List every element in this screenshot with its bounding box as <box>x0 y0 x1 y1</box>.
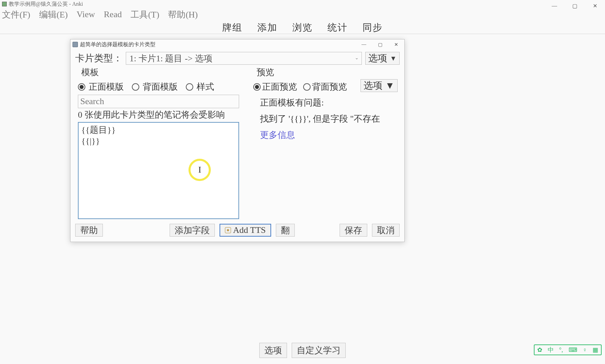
triangle-down-icon: ▼ <box>390 55 397 62</box>
menu-file[interactable]: 文件(F) <box>1 9 31 21</box>
ime-tray[interactable]: ✿ 中 °, ⌨ ♀ ▦ <box>534 344 602 355</box>
main-window-controls: — ▢ ✕ <box>544 0 605 11</box>
ime-person-icon: ♀ <box>583 346 587 354</box>
dialog-icon <box>73 42 78 47</box>
chevron-down-icon: ⌄ <box>355 55 359 61</box>
dialog-maximize-button[interactable]: ▢ <box>372 39 388 50</box>
tts-icon <box>225 227 231 233</box>
radio-style[interactable] <box>186 83 193 91</box>
main-bottom-buttons: 选项 自定义学习 <box>0 343 605 358</box>
radio-front-template-label: 正面模版 <box>89 81 124 93</box>
preview-error-line2: 找到了 '{{}}', 但是字段 "不存在 <box>260 113 400 125</box>
preview-error-line1: 正面模板有问题: <box>260 97 400 109</box>
minimize-button[interactable]: — <box>544 0 565 11</box>
card-type-label: 卡片类型： <box>75 52 122 65</box>
preview-options-button[interactable]: 选项 ▼ <box>361 79 398 92</box>
close-button[interactable]: ✕ <box>585 0 605 11</box>
menu-bar: 文件(F) 编辑(E) View Read 工具(T) 帮助(H) <box>0 8 605 20</box>
main-title-text: 教学示例用@猿久蒲公英 - Anki <box>9 1 83 8</box>
dialog-close-button[interactable]: ✕ <box>388 39 404 50</box>
anki-app-icon <box>2 2 7 6</box>
options-label: 选项 <box>368 52 387 65</box>
tab-add[interactable]: 添加 <box>255 21 280 34</box>
preview-options-wrap: 选项 ▼ <box>361 79 398 92</box>
dialog-title: 超简单的选择题模板的卡片类型 <box>80 41 155 48</box>
dialog-body: 卡片类型： 1: 卡片1: 题目 -> 选项 ⌄ 选项 ▼ 模板 正面模 <box>75 51 400 221</box>
radio-back-template-label: 背面模版 <box>143 81 178 93</box>
card-type-row: 卡片类型： 1: 卡片1: 题目 -> 选项 ⌄ 选项 ▼ <box>75 51 400 66</box>
more-info-link[interactable]: 更多信息 <box>260 129 400 141</box>
search-input[interactable] <box>78 96 239 107</box>
flip-button[interactable]: 翻 <box>276 224 295 237</box>
menu-view[interactable]: View <box>76 9 96 20</box>
main-tabs: 牌组 添加 浏览 统计 同步 <box>0 21 605 34</box>
add-field-button[interactable]: 添加字段 <box>170 224 215 237</box>
menu-edit[interactable]: 编辑(E) <box>38 9 68 21</box>
tab-sync[interactable]: 同步 <box>361 21 385 34</box>
radio-front-template[interactable] <box>78 83 85 91</box>
preview-group-label: 预览 <box>257 66 400 78</box>
footer-right-group: 保存 取消 <box>340 224 400 237</box>
columns: 模板 正面模版 背面模版 样式 0 张使用此卡片类型的笔记将会受影响 {{题目}… <box>75 66 400 215</box>
maximize-button[interactable]: ▢ <box>565 0 585 11</box>
anki-main-window: 教学示例用@猿久蒲公英 - Anki — ▢ ✕ 文件(F) 编辑(E) Vie… <box>0 0 605 364</box>
triangle-down-icon: ▼ <box>385 80 395 91</box>
add-tts-label: Add TTS <box>233 225 266 235</box>
dialog-footer: 帮助 添加字段 Add TTS 翻 保存 取消 <box>75 222 400 238</box>
ime-punct: °, <box>559 346 563 354</box>
options-button[interactable]: 选项 <box>259 343 287 358</box>
menu-read[interactable]: Read <box>103 9 122 20</box>
template-group-label: 模板 <box>81 66 247 78</box>
template-radio-row: 正面模版 背面模版 样式 <box>78 81 247 93</box>
tab-browse[interactable]: 浏览 <box>290 21 315 34</box>
dialog-window-controls: — ▢ ✕ <box>356 39 404 50</box>
code-text: {{题目}} {{|}} <box>81 125 116 146</box>
dialog-titlebar: 超简单的选择题模板的卡片类型 <box>70 39 404 50</box>
tab-stats[interactable]: 统计 <box>325 21 350 34</box>
radio-style-label: 样式 <box>197 81 214 93</box>
main-titlebar: 教学示例用@猿久蒲公英 - Anki <box>0 0 605 8</box>
preview-panel: 预览 正面预览 背面预览 选项 ▼ 正面模板有问题: <box>251 66 400 215</box>
template-search-box[interactable] <box>78 95 239 108</box>
radio-back-preview-label: 背面预览 <box>312 81 347 93</box>
template-code-editor[interactable]: {{题目}} {{|}} <box>78 122 239 219</box>
menu-tools[interactable]: 工具(T) <box>130 9 160 21</box>
menu-help[interactable]: 帮助(H) <box>167 9 198 21</box>
ime-paw-icon: ✿ <box>537 346 542 354</box>
card-types-dialog: 超简单的选择题模板的卡片类型 — ▢ ✕ 卡片类型： 1: 卡片1: 题目 ->… <box>70 39 405 242</box>
radio-back-template[interactable] <box>132 83 139 91</box>
radio-front-preview-label: 正面预览 <box>262 81 297 93</box>
footer-center-group: 添加字段 Add TTS 翻 <box>170 224 295 237</box>
card-type-select[interactable]: 1: 卡片1: 题目 -> 选项 ⌄ <box>126 52 362 65</box>
help-button[interactable]: 帮助 <box>75 224 103 237</box>
add-tts-button[interactable]: Add TTS <box>220 224 271 237</box>
save-button[interactable]: 保存 <box>340 224 367 237</box>
card-type-options-button[interactable]: 选项 ▼ <box>365 52 400 65</box>
ime-lang: 中 <box>548 346 554 354</box>
radio-front-preview[interactable] <box>253 83 261 91</box>
custom-study-button[interactable]: 自定义学习 <box>292 343 346 358</box>
ime-grid-icon: ▦ <box>593 346 598 354</box>
card-type-value: 1: 卡片1: 题目 -> 选项 <box>129 53 212 64</box>
affected-notes-info: 0 张使用此卡片类型的笔记将会受影响 <box>78 109 247 121</box>
tab-decks[interactable]: 牌组 <box>220 21 244 34</box>
divider <box>0 34 605 34</box>
template-panel: 模板 正面模版 背面模版 样式 0 张使用此卡片类型的笔记将会受影响 {{题目}… <box>75 66 247 215</box>
preview-options-label: 选项 <box>364 79 382 92</box>
radio-back-preview[interactable] <box>303 83 311 91</box>
ime-keyboard-icon: ⌨ <box>569 346 577 354</box>
text-cursor-icon: I <box>198 165 201 175</box>
dialog-minimize-button[interactable]: — <box>356 39 372 50</box>
cancel-button[interactable]: 取消 <box>372 224 400 237</box>
preview-content: 正面模板有问题: 找到了 '{{}}', 但是字段 "不存在 更多信息 <box>251 97 400 141</box>
